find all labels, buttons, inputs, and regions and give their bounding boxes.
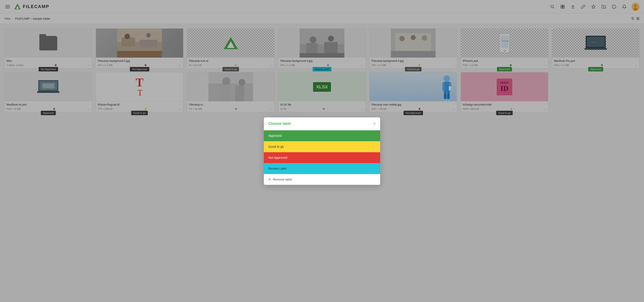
modal-overlay[interactable]: Choose label × Approved Good to go Not A… [0,0,644,117]
